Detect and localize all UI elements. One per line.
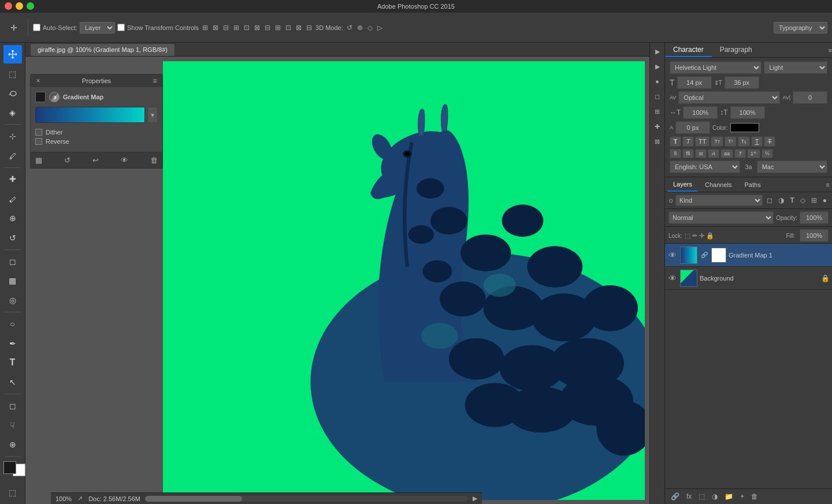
- filter-active-btn[interactable]: ●: [821, 196, 829, 205]
- filter-adj-btn[interactable]: ◑: [777, 196, 786, 205]
- strikethrough-btn[interactable]: T: [764, 136, 775, 147]
- new-layer-btn[interactable]: +: [738, 491, 746, 502]
- blend-mode-select[interactable]: Normal Multiply Screen: [668, 211, 774, 224]
- sup-ordinal-btn[interactable]: 1ˢᵗ: [747, 149, 760, 158]
- underline-btn[interactable]: T: [751, 136, 763, 147]
- workspace-dropdown[interactable]: Typography Essentials Photography: [774, 22, 827, 33]
- type-tool-button[interactable]: T: [3, 353, 22, 372]
- strip-btn-3[interactable]: ●: [651, 75, 664, 88]
- move-tool-icon[interactable]: ✛: [5, 18, 23, 37]
- eyedropper-button[interactable]: [3, 147, 22, 165]
- fill-input[interactable]: [800, 229, 829, 242]
- lock-pixels-btn[interactable]: ⬚: [685, 232, 690, 240]
- add-mask-btn[interactable]: ⬚: [696, 491, 707, 502]
- canvas-viewport[interactable]: × Properties ≡ ◑ Gradient Map: [25, 57, 649, 504]
- kerning-select[interactable]: Optical Metrics 0: [678, 91, 780, 104]
- close-button[interactable]: [5, 2, 12, 10]
- crop-tool-button[interactable]: ⊹: [3, 127, 22, 145]
- screen-mode-button[interactable]: ⬚: [3, 483, 22, 502]
- strip-btn-2[interactable]: ▶: [651, 60, 664, 73]
- language-select[interactable]: English: USA English: UK: [670, 160, 740, 173]
- gradient-bar[interactable]: [35, 107, 145, 123]
- subscript-btn[interactable]: T₁: [738, 136, 751, 147]
- char-panel-menu[interactable]: ≡: [829, 43, 832, 57]
- tracking-input[interactable]: [793, 91, 827, 104]
- bold-btn[interactable]: T: [670, 136, 681, 147]
- filter-smart-btn[interactable]: ⊞: [809, 196, 819, 205]
- tab-layers[interactable]: Layers: [667, 178, 698, 192]
- minimize-button[interactable]: [16, 2, 23, 10]
- tab-channels[interactable]: Channels: [699, 178, 737, 192]
- discretionary-btn[interactable]: ffi: [682, 149, 694, 158]
- panel-titlebar[interactable]: × Properties ≡: [31, 74, 162, 87]
- color-chip[interactable]: [730, 123, 759, 132]
- panel-undo-btn[interactable]: ↩: [91, 155, 100, 166]
- filter-pixel-btn[interactable]: ◻: [765, 196, 774, 205]
- reverse-checkbox[interactable]: [35, 138, 42, 145]
- new-adj-layer-btn[interactable]: ◑: [710, 491, 720, 502]
- layer-gradient-map[interactable]: 👁 🔗 Gradient Map 1: [665, 244, 832, 267]
- filter-type-btn[interactable]: T: [788, 196, 796, 205]
- pen-tool-button[interactable]: ✒: [3, 334, 22, 353]
- window-controls[interactable]: [5, 2, 34, 10]
- panel-menu-btn[interactable]: ≡: [151, 77, 159, 85]
- rectangle-tool-button[interactable]: ◻: [3, 397, 22, 415]
- swash-btn[interactable]: T: [734, 149, 746, 158]
- tab-character[interactable]: Character: [665, 43, 712, 57]
- clone-stamp-button[interactable]: ⊕: [3, 209, 22, 227]
- eraser-button[interactable]: ◻: [3, 252, 22, 271]
- opacity-input[interactable]: [800, 211, 829, 224]
- panel-add-btn[interactable]: ▦: [34, 155, 43, 166]
- status-export-btn[interactable]: ↗: [76, 494, 84, 503]
- move-tool-button[interactable]: [3, 45, 22, 64]
- strip-btn-4[interactable]: ◻: [651, 90, 664, 103]
- filter-shape-btn[interactable]: ◇: [798, 196, 807, 205]
- gradient-tool-button[interactable]: ▦: [3, 271, 22, 290]
- auto-select-checkbox[interactable]: [33, 24, 40, 31]
- path-selection-button[interactable]: ↖: [3, 373, 22, 391]
- document-tab[interactable]: giraffe.jpg @ 100% (Gradient Map 1, RGB/…: [30, 43, 175, 56]
- strip-btn-5[interactable]: ⊞: [651, 105, 664, 118]
- italic-btn[interactable]: T: [682, 136, 694, 147]
- lock-position-btn[interactable]: ✛: [699, 232, 704, 240]
- small-caps-btn[interactable]: Tт: [711, 136, 723, 147]
- ligatures-btn[interactable]: fi: [670, 149, 681, 158]
- strip-btn-1[interactable]: ▶: [651, 45, 664, 58]
- panel-visibility-btn[interactable]: 👁: [120, 155, 129, 166]
- filter-type-select[interactable]: Kind Name Effect: [675, 195, 763, 206]
- old-style-btn[interactable]: st: [695, 149, 707, 158]
- baseline-input[interactable]: [675, 121, 710, 134]
- panel-delete-btn[interactable]: 🗑: [149, 155, 159, 166]
- marquee-tool-button[interactable]: ⬚: [3, 65, 22, 83]
- strip-btn-6[interactable]: ✚: [651, 120, 664, 133]
- tab-paths[interactable]: Paths: [739, 178, 767, 192]
- ordinals-btn[interactable]: aa: [720, 149, 733, 158]
- gradient-options-btn[interactable]: ▼: [147, 107, 158, 123]
- foreground-color[interactable]: [3, 461, 16, 474]
- auto-select-dropdown[interactable]: Layer Group: [80, 22, 115, 33]
- workspace-selector[interactable]: Typography Essentials Photography: [774, 22, 827, 33]
- h-scrollbar[interactable]: [145, 496, 468, 502]
- strip-btn-7[interactable]: ⊠: [651, 135, 664, 148]
- superscript-btn[interactable]: T¹: [725, 136, 737, 147]
- h-scale-input[interactable]: [683, 106, 718, 119]
- lasso-tool-button[interactable]: [3, 84, 22, 103]
- link-layers-btn[interactable]: 🔗: [668, 491, 682, 502]
- scroll-right-btn[interactable]: ▶: [473, 495, 477, 502]
- zoom-tool-button[interactable]: ⊕: [3, 436, 22, 454]
- lock-all-btn[interactable]: 🔒: [706, 232, 714, 240]
- layer-vis-gradient-map[interactable]: 👁: [667, 251, 678, 260]
- dodge-tool-button[interactable]: ○: [3, 315, 22, 333]
- lock-paint-btn[interactable]: ✏: [692, 232, 697, 240]
- show-transform-checkbox[interactable]: [117, 24, 125, 31]
- font-size-input[interactable]: [677, 76, 712, 89]
- dither-checkbox[interactable]: [35, 129, 42, 136]
- brush-tool-button[interactable]: [3, 189, 22, 208]
- history-brush-button[interactable]: ↺: [3, 229, 22, 247]
- leading-input[interactable]: [725, 76, 759, 89]
- layer-background[interactable]: 👁 Background 🔒: [665, 267, 832, 290]
- all-caps-btn[interactable]: TT: [695, 136, 710, 147]
- healing-brush-button[interactable]: ✚: [3, 170, 22, 189]
- v-scale-input[interactable]: [730, 106, 765, 119]
- aa-select[interactable]: Mac Windows: [757, 160, 827, 173]
